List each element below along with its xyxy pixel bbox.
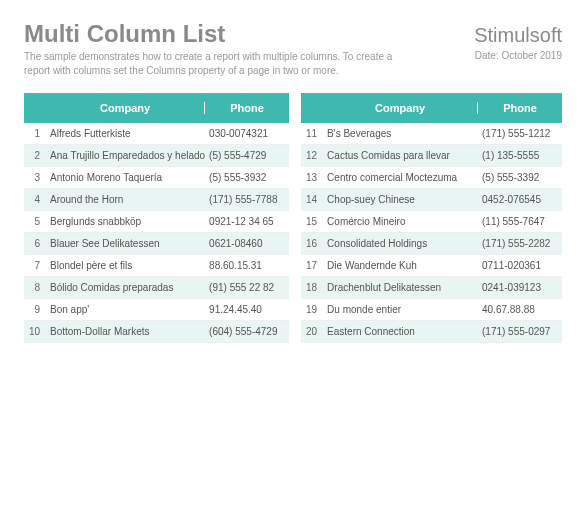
row-phone: (1) 135-5555 <box>478 150 562 161</box>
table-row: 1Alfreds Futterkiste030-0074321 <box>24 123 289 145</box>
row-company: Blondel père et fils <box>46 260 205 271</box>
column-left: Company Phone 1Alfreds Futterkiste030-00… <box>24 93 289 343</box>
row-company: Centro comercial Moctezuma <box>323 172 478 183</box>
row-phone: 0711-020361 <box>478 260 562 271</box>
row-company: Bon app' <box>46 304 205 315</box>
row-company: Berglunds snabbköp <box>46 216 205 227</box>
row-number: 4 <box>24 194 46 205</box>
row-number: 18 <box>301 282 323 293</box>
header-company: Company <box>323 102 478 114</box>
row-company: Bólido Comidas preparadas <box>46 282 205 293</box>
row-number: 17 <box>301 260 323 271</box>
row-phone: (5) 555-3392 <box>478 172 562 183</box>
row-company: Eastern Connection <box>323 326 478 337</box>
row-phone: 0621-08460 <box>205 238 289 249</box>
brand-name: Stimulsoft <box>474 24 562 47</box>
row-phone: (5) 555-3932 <box>205 172 289 183</box>
row-company: Ana Trujillo Emparedados y helado <box>46 150 205 161</box>
table-body-left: 1Alfreds Futterkiste030-00743212Ana Truj… <box>24 123 289 343</box>
table-row: 9Bon app'91.24.45.40 <box>24 299 289 321</box>
row-company: Cactus Comidas para llevar <box>323 150 478 161</box>
row-number: 11 <box>301 128 323 139</box>
row-company: Alfreds Futterkiste <box>46 128 205 139</box>
row-phone: (5) 555-4729 <box>205 150 289 161</box>
row-company: Die Wandernde Kuh <box>323 260 478 271</box>
header-phone: Phone <box>478 102 562 114</box>
row-phone: (171) 555-0297 <box>478 326 562 337</box>
table-body-right: 11B's Beverages(171) 555-121212Cactus Co… <box>301 123 562 343</box>
row-company: B's Beverages <box>323 128 478 139</box>
row-number: 3 <box>24 172 46 183</box>
row-number: 9 <box>24 304 46 315</box>
row-number: 10 <box>24 326 46 337</box>
table-row: 14Chop-suey Chinese0452-076545 <box>301 189 562 211</box>
table-row: 18Drachenblut Delikatessen0241-039123 <box>301 277 562 299</box>
row-phone: (11) 555-7647 <box>478 216 562 227</box>
row-phone: 0452-076545 <box>478 194 562 205</box>
header-company: Company <box>46 102 205 114</box>
table-row: 19Du monde entier40.67.88.88 <box>301 299 562 321</box>
row-company: Blauer See Delikatessen <box>46 238 205 249</box>
column-right: Company Phone 11B's Beverages(171) 555-1… <box>301 93 562 343</box>
report-columns: Company Phone 1Alfreds Futterkiste030-00… <box>24 93 562 343</box>
row-company: Chop-suey Chinese <box>323 194 478 205</box>
page-title: Multi Column List <box>24 20 225 48</box>
row-number: 1 <box>24 128 46 139</box>
row-number: 19 <box>301 304 323 315</box>
row-phone: (171) 555-2282 <box>478 238 562 249</box>
table-row: 4Around the Horn(171) 555-7788 <box>24 189 289 211</box>
row-company: Du monde entier <box>323 304 478 315</box>
table-row: 6Blauer See Delikatessen0621-08460 <box>24 233 289 255</box>
row-phone: (171) 555-1212 <box>478 128 562 139</box>
row-phone: 0241-039123 <box>478 282 562 293</box>
table-row: 10Bottom-Dollar Markets(604) 555-4729 <box>24 321 289 343</box>
row-company: Drachenblut Delikatessen <box>323 282 478 293</box>
row-number: 14 <box>301 194 323 205</box>
header-phone: Phone <box>205 102 289 114</box>
row-number: 15 <box>301 216 323 227</box>
row-company: Comércio Mineiro <box>323 216 478 227</box>
table-row: 2Ana Trujillo Emparedados y helado(5) 55… <box>24 145 289 167</box>
row-number: 6 <box>24 238 46 249</box>
table-header: Company Phone <box>24 93 289 123</box>
row-phone: 88.60.15.31 <box>205 260 289 271</box>
table-row: 11B's Beverages(171) 555-1212 <box>301 123 562 145</box>
row-number: 16 <box>301 238 323 249</box>
row-number: 13 <box>301 172 323 183</box>
table-row: 12Cactus Comidas para llevar(1) 135-5555 <box>301 145 562 167</box>
table-header: Company Phone <box>301 93 562 123</box>
row-number: 7 <box>24 260 46 271</box>
row-phone: 030-0074321 <box>205 128 289 139</box>
table-row: 16Consolidated Holdings(171) 555-2282 <box>301 233 562 255</box>
row-phone: (171) 555-7788 <box>205 194 289 205</box>
row-phone: 0921-12 34 65 <box>205 216 289 227</box>
table-row: 13Centro comercial Moctezuma(5) 555-3392 <box>301 167 562 189</box>
table-row: 8Bólido Comidas preparadas(91) 555 22 82 <box>24 277 289 299</box>
row-company: Consolidated Holdings <box>323 238 478 249</box>
table-row: 5Berglunds snabbköp0921-12 34 65 <box>24 211 289 233</box>
report-date: Date: October 2019 <box>475 50 562 61</box>
table-row: 20Eastern Connection(171) 555-0297 <box>301 321 562 343</box>
row-number: 2 <box>24 150 46 161</box>
table-row: 7Blondel père et fils88.60.15.31 <box>24 255 289 277</box>
row-company: Bottom-Dollar Markets <box>46 326 205 337</box>
row-number: 5 <box>24 216 46 227</box>
table-row: 3Antonio Moreno Taquería(5) 555-3932 <box>24 167 289 189</box>
row-company: Antonio Moreno Taquería <box>46 172 205 183</box>
row-phone: 40.67.88.88 <box>478 304 562 315</box>
table-row: 15Comércio Mineiro(11) 555-7647 <box>301 211 562 233</box>
row-phone: (604) 555-4729 <box>205 326 289 337</box>
row-number: 20 <box>301 326 323 337</box>
table-row: 17Die Wandernde Kuh0711-020361 <box>301 255 562 277</box>
row-phone: 91.24.45.40 <box>205 304 289 315</box>
page-description: The sample demonstrates how to create a … <box>24 50 404 77</box>
row-phone: (91) 555 22 82 <box>205 282 289 293</box>
row-number: 8 <box>24 282 46 293</box>
row-company: Around the Horn <box>46 194 205 205</box>
row-number: 12 <box>301 150 323 161</box>
